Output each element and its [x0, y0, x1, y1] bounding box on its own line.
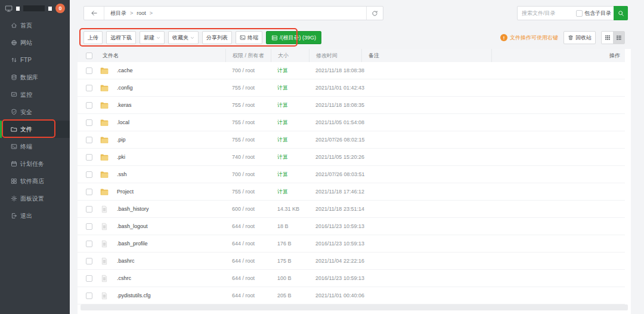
file-size[interactable]: 计算	[271, 153, 309, 161]
file-size[interactable]: 计算	[271, 101, 309, 109]
sidebar-item[interactable]: 文件	[0, 121, 70, 138]
file-mtime: 2021/11/05 01:54:08	[309, 119, 361, 125]
search-button[interactable]	[614, 6, 628, 20]
refresh-button[interactable]	[366, 7, 383, 20]
sidebar-item-label: 面板设置	[20, 195, 44, 203]
file-permission-owner: 755 / root	[225, 119, 271, 125]
file-name[interactable]: .cshrc	[117, 275, 131, 281]
table-row[interactable]: .cache 700 / root 计算 2021/11/18 18:08:38	[78, 62, 625, 79]
table-row[interactable]: .ssh 700 / root 计算 2021/07/26 08:03:51	[78, 166, 625, 183]
folder-icon	[100, 84, 109, 92]
row-checkbox[interactable]	[86, 171, 92, 178]
table-row[interactable]: .bash_profile 644 / root 176 B 2016/11/2…	[78, 235, 625, 253]
grid-view-button[interactable]	[602, 32, 613, 44]
include-subdir-checkbox[interactable]	[576, 10, 583, 17]
row-checkbox[interactable]	[86, 154, 92, 161]
table-row[interactable]: .config 755 / root 计算 2021/11/01 01:42:4…	[78, 79, 625, 97]
row-checkbox[interactable]	[86, 206, 92, 213]
row-checkbox[interactable]	[86, 258, 92, 264]
breadcrumb-segment[interactable]: 根目录	[110, 10, 126, 17]
message-count-badge[interactable]: 0	[55, 4, 65, 13]
file-size[interactable]: 计算	[271, 171, 309, 178]
sidebar-item[interactable]: 终端	[0, 138, 70, 155]
recycle-bin-button[interactable]: 回收站	[564, 31, 596, 44]
search-input[interactable]	[518, 10, 576, 16]
sidebar-item[interactable]: 监控	[0, 86, 70, 103]
sidebar-item[interactable]: 首页	[0, 17, 70, 34]
sidebar-item[interactable]: 计划任务	[0, 155, 70, 173]
table-row[interactable]: Project 755 / root 计算 2021/11/18 17:46:1…	[78, 183, 625, 201]
row-checkbox[interactable]	[86, 119, 92, 126]
file-icon	[100, 275, 109, 282]
file-name[interactable]: .config	[117, 85, 133, 91]
sidebar-item-label: 安全	[20, 108, 32, 116]
header-action: 操作	[592, 52, 625, 60]
folder-icon	[100, 136, 109, 144]
select-all-checkbox[interactable]	[86, 53, 92, 59]
table-row[interactable]: .pydistutils.cfg 644 / root 205 B 2021/1…	[78, 287, 625, 304]
file-name[interactable]: .pki	[117, 154, 125, 160]
row-checkbox[interactable]	[86, 102, 92, 109]
table-row[interactable]: .bashrc 644 / root 175 B 2021/11/04 22:2…	[78, 253, 625, 270]
upload-button[interactable]: 上传	[83, 31, 103, 44]
scrollbar-track[interactable]	[80, 304, 628, 310]
file-name[interactable]: .pip	[117, 137, 126, 143]
sidebar-item[interactable]: 网站	[0, 34, 70, 51]
back-arrow-icon	[91, 10, 98, 17]
file-name[interactable]: .cache	[117, 67, 133, 73]
favorites-button[interactable]: 收藏夹	[168, 31, 199, 44]
table-row[interactable]: .pip 755 / root 计算 2021/07/26 08:02:15	[78, 131, 625, 149]
row-checkbox[interactable]	[86, 137, 92, 143]
sidebar-item[interactable]: 数据库	[0, 69, 70, 86]
file-name[interactable]: Project	[117, 189, 134, 195]
file-name[interactable]: .bash_history	[117, 206, 149, 212]
table-row[interactable]: .pki 740 / root 计算 2021/11/05 15:20:26	[78, 149, 625, 166]
sidebar-item[interactable]: FTP	[0, 51, 70, 69]
table-row[interactable]: .bash_logout 644 / root 18 B 2016/11/23 …	[78, 218, 625, 235]
file-size[interactable]: 计算	[271, 136, 309, 144]
new-button[interactable]: 新建	[140, 31, 165, 44]
sidebar-item[interactable]: 退出	[0, 207, 70, 224]
appstore-icon	[11, 178, 17, 184]
file-size[interactable]: 计算	[271, 119, 309, 127]
header-permission-owner: 权限 / 所有者	[225, 49, 271, 62]
file-name[interactable]: .pydistutils.cfg	[117, 293, 151, 298]
row-checkbox[interactable]	[86, 67, 92, 74]
file-size: 14.31 KB	[271, 206, 309, 212]
file-name[interactable]: .keras	[117, 102, 132, 108]
disk-root-button[interactable]: /(根目录) (39G)	[266, 31, 321, 44]
sidebar-item[interactable]: 软件商店	[0, 173, 70, 190]
file-name[interactable]: .bashrc	[117, 258, 135, 264]
file-name[interactable]: .bash_logout	[117, 223, 148, 229]
file-icon	[100, 257, 109, 265]
file-size[interactable]: 计算	[271, 188, 309, 196]
remote-download-button[interactable]: 远程下载	[106, 31, 136, 44]
include-subdir-option[interactable]: 包含子目录	[576, 10, 614, 17]
table-row[interactable]: .keras 755 / root 计算 2021/11/18 18:08:35	[78, 97, 625, 114]
sidebar-item[interactable]: 面板设置	[0, 190, 70, 207]
file-name[interactable]: .ssh	[117, 171, 127, 177]
row-checkbox[interactable]	[86, 85, 92, 91]
file-permission-owner: 700 / root	[225, 67, 271, 73]
row-checkbox[interactable]	[86, 275, 92, 282]
file-size[interactable]: 计算	[271, 84, 309, 92]
table-row[interactable]: .local 755 / root 计算 2021/11/05 01:54:08	[78, 114, 625, 131]
row-checkbox[interactable]	[86, 241, 92, 247]
sidebar-item-label: 软件商店	[20, 177, 44, 186]
file-name[interactable]: .bash_profile	[117, 241, 148, 247]
table-row[interactable]: .bash_history 600 / root 14.31 KB 2021/1…	[78, 201, 625, 218]
table-row[interactable]: .cshrc 644 / root 100 B 2016/11/23 10:59…	[78, 270, 625, 287]
sidebar-item[interactable]: 安全	[0, 103, 70, 121]
row-checkbox[interactable]	[86, 223, 92, 230]
breadcrumb-segment[interactable]: root	[137, 10, 146, 16]
back-button[interactable]	[84, 7, 104, 20]
row-checkbox[interactable]	[86, 189, 92, 195]
row-checkbox[interactable]	[86, 293, 92, 299]
file-name[interactable]: .local	[117, 119, 129, 125]
header-filename[interactable]: 文件名	[100, 52, 225, 60]
list-view-button[interactable]	[613, 32, 624, 44]
info-icon: !	[500, 34, 507, 41]
file-size[interactable]: 计算	[271, 67, 309, 75]
terminal-button[interactable]: 终端	[236, 31, 262, 44]
share-list-button[interactable]: 分享列表	[202, 31, 232, 44]
